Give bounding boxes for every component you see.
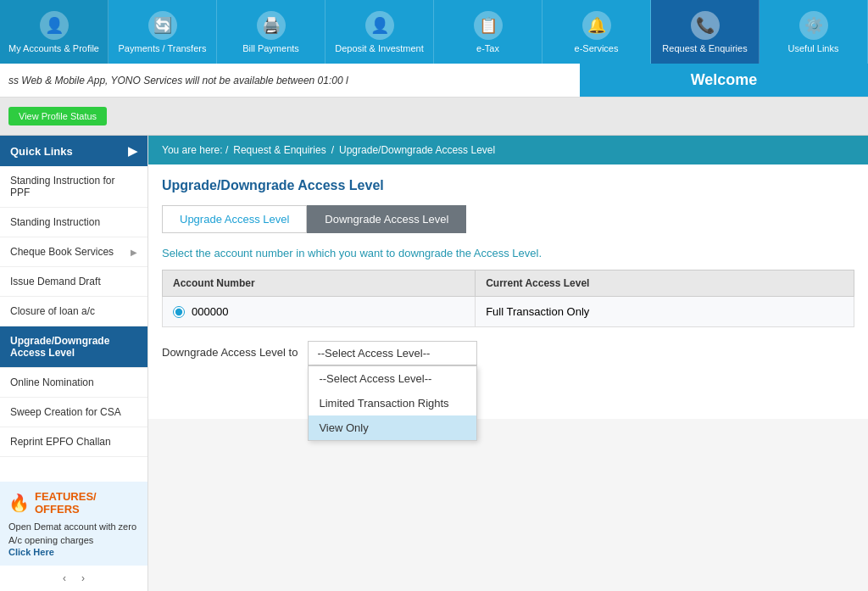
instruction-text: Select the account number in which you w… [162,247,854,259]
nav-label-payments: Payments / Transfers [119,43,207,53]
nav-icon-useful: ⚙️ [799,11,828,40]
breadcrumb-current: Upgrade/Downgrade Access Level [339,144,495,156]
nav-label-eservices: e-Services [575,43,619,53]
sidebar-item-1[interactable]: Standing Instruction [0,208,147,237]
features-title: 🔥 FEATURES/ OFFERS [8,490,139,516]
breadcrumb-separator: / [331,144,334,156]
downgrade-label: Downgrade Access Level to [162,341,298,359]
nav-icon-eservices: 🔔 [582,11,611,40]
sidebar-item-label: Reprint EPFO Challan [10,436,111,448]
account-number-value: 000000 [192,305,228,318]
sidebar-item-label: Closure of loan a/c [10,305,95,317]
nav-label-useful: Useful Links [788,43,839,53]
nav-label-deposit: Deposit & Investment [335,43,424,53]
tab-upgrade[interactable]: Upgrade Access Level [162,205,307,233]
sidebar-item-label: Standing Instruction [10,216,100,228]
main-layout: Quick Links ▶ Standing Instruction for P… [0,136,868,591]
access-level-cell: Full Transaction Only [476,297,854,327]
nav-item-my-accounts[interactable]: 👤 My Accounts & Profile [0,0,108,64]
sidebar: Quick Links ▶ Standing Instruction for P… [0,136,148,591]
features-link[interactable]: Click Here [8,547,139,557]
nav-item-useful[interactable]: ⚙️ Useful Links [760,0,868,64]
nav-label-bill-payments: Bill Payments [242,43,299,53]
sidebar-item-label: Sweep Creation for CSA [10,406,121,418]
nav-icon-bill-payments: 🖨️ [257,11,286,40]
col-access-level: Current Access Level [476,270,854,297]
carousel-dots: ‹ › [0,566,147,591]
tabs-container: Upgrade Access Level Downgrade Access Le… [162,205,854,233]
dropdown-item-view[interactable]: View Only [309,415,476,440]
access-level-select[interactable]: --Select Access Level-- Limited Transact… [308,341,477,365]
nav-label-my-accounts: My Accounts & Profile [8,43,99,53]
dropdown-item-limited[interactable]: Limited Transaction Rights [309,391,476,415]
sidebar-item-5[interactable]: Upgrade/Downgrade Access Level [0,326,147,368]
breadcrumb-home: You are here: / [162,144,228,156]
sidebar-item-3[interactable]: Issue Demand Draft [0,267,147,297]
page-content: Upgrade/Downgrade Access Level Upgrade A… [148,164,868,419]
nav-icon-request: 📞 [691,11,720,40]
features-title-text: FEATURES/ OFFERS [35,490,139,516]
sidebar-header-label: Quick Links [10,145,73,158]
carousel-next[interactable]: › [78,572,88,584]
account-number-cell: 000000 [163,297,476,327]
nav-item-request[interactable]: 📞 Request & Enquiries [651,0,760,64]
sidebar-item-label: Standing Instruction for PPF [10,175,137,198]
carousel-prev[interactable]: ‹ [59,572,70,584]
sidebar-arrow-icon: ▶ [128,144,137,158]
dropdown-item-default[interactable]: --Select Access Level-- [309,366,476,391]
account-radio[interactable] [173,306,185,318]
breadcrumb: You are here: / Request & Enquiries / Up… [148,136,868,164]
breadcrumb-section: Request & Enquiries [233,144,326,156]
sidebar-header: Quick Links ▶ [0,136,147,166]
sidebar-item-2[interactable]: Cheque Book Services ▶ [0,237,147,267]
tab-downgrade[interactable]: Downgrade Access Level [307,205,466,233]
ticker-bar: ss Web & Mobile App, YONO Services will … [0,64,868,98]
downgrade-row: Downgrade Access Level to --Select Acces… [162,341,854,365]
ticker-text: ss Web & Mobile App, YONO Services will … [0,75,580,86]
sidebar-item-4[interactable]: Closure of loan a/c [0,297,147,326]
account-table: Account Number Current Access Level 0000… [162,270,854,327]
nav-item-deposit[interactable]: 👤 Deposit & Investment [326,0,434,64]
sidebar-item-8[interactable]: Reprint EPFO Challan [0,427,147,457]
content-area: You are here: / Request & Enquiries / Up… [148,136,868,591]
nav-item-bill-payments[interactable]: 🖨️ Bill Payments [217,0,326,64]
sidebar-chevron-icon: ▶ [131,248,137,257]
features-text: Open Demat account with zero A/c opening… [8,521,139,547]
sidebar-item-label: Issue Demand Draft [10,276,101,287]
profile-bar: View Profile Status [0,98,868,136]
table-row: 000000 Full Transaction Only [163,297,854,327]
dropdown-menu: --Select Access Level-- Limited Transact… [308,365,477,441]
nav-label-request: Request & Enquiries [662,43,747,53]
page-title: Upgrade/Downgrade Access Level [162,178,854,193]
nav-item-etax[interactable]: 📋 e-Tax [434,0,542,64]
sidebar-item-6[interactable]: Online Nomination [0,368,147,398]
top-navigation: 👤 My Accounts & Profile 🔄 Payments / Tra… [0,0,868,64]
features-box: 🔥 FEATURES/ OFFERS Open Demat account wi… [0,482,147,566]
nav-icon-etax: 📋 [474,11,503,40]
view-profile-button[interactable]: View Profile Status [8,107,107,125]
sidebar-items-container: Standing Instruction for PPF Standing In… [0,166,147,457]
sidebar-item-label: Cheque Book Services [10,246,114,258]
sidebar-item-0[interactable]: Standing Instruction for PPF [0,166,147,208]
nav-icon-deposit: 👤 [365,11,394,40]
nav-item-eservices[interactable]: 🔔 e-Services [542,0,651,64]
select-wrapper: --Select Access Level-- Limited Transact… [308,341,477,365]
nav-icon-payments: 🔄 [148,11,177,40]
col-account-number: Account Number [163,270,476,297]
sidebar-item-7[interactable]: Sweep Creation for CSA [0,398,147,427]
nav-label-etax: e-Tax [476,43,499,53]
nav-item-payments[interactable]: 🔄 Payments / Transfers [108,0,217,64]
welcome-box: Welcome [580,64,868,97]
nav-icon-my-accounts: 👤 [40,11,69,40]
features-icon: 🔥 [8,493,30,513]
sidebar-item-label: Online Nomination [10,376,94,388]
sidebar-item-label: Upgrade/Downgrade Access Level [10,335,137,359]
